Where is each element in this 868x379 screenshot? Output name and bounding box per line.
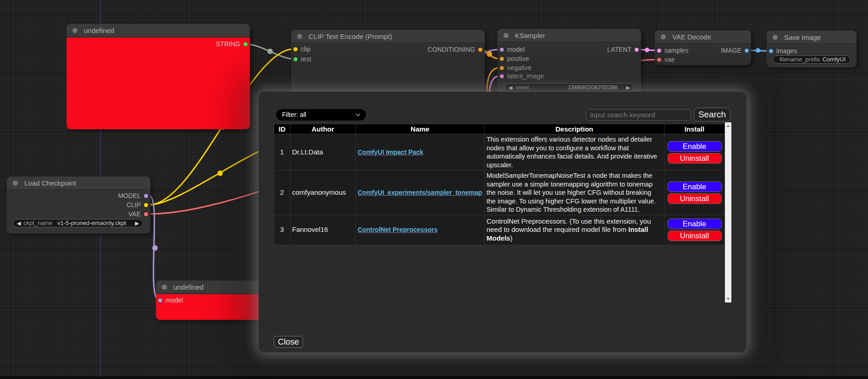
node-save-image[interactable]: Save Image images filename_prefix ComfyU… (767, 31, 857, 67)
slot-dot-latent[interactable] (635, 48, 639, 52)
table-header-row: ID Author Name Description Install (274, 124, 725, 134)
extension-link[interactable]: ComfyUI Impact Pack (358, 148, 423, 156)
node-title: Load Checkpoint (24, 179, 76, 187)
slot-dot-model[interactable] (144, 194, 148, 198)
enable-button[interactable]: Enable (668, 181, 722, 192)
extension-link[interactable]: ComfyUI_experiments/sampler_tonemap (358, 189, 482, 196)
cell-description: ControlNet Preprocessors. (To use this e… (485, 215, 664, 245)
slot-dot-positive[interactable] (500, 57, 504, 61)
slot-dot-conditioning[interactable] (478, 48, 482, 52)
extensions-table-container: ID Author Name Description Install 1 Dr.… (274, 122, 731, 302)
filter-dropdown[interactable]: Filter: all (276, 109, 366, 121)
enable-button[interactable]: Enable (668, 141, 722, 152)
search-button[interactable]: Search (694, 108, 730, 121)
cell-description: This extension offers various detector n… (485, 134, 664, 170)
node-status-dot-icon (162, 285, 167, 290)
node-title: CLIP Text Encode (Prompt) (309, 33, 392, 40)
filename-prefix-widget[interactable]: filename_prefix ComfyUI (773, 55, 851, 64)
slot-dot-image[interactable] (745, 49, 749, 53)
node-title-bar[interactable]: Load Checkpoint (7, 176, 150, 190)
col-header-name: Name (356, 124, 485, 134)
search-input[interactable] (586, 109, 691, 121)
output-slot-latent[interactable]: LATENT (607, 45, 641, 54)
input-slot-samples[interactable]: samples (655, 46, 688, 55)
node-title-bar[interactable]: CLIP Text Encode (Prompt) (291, 30, 485, 43)
slot-dot-model[interactable] (500, 48, 504, 52)
output-slot-model[interactable]: MODEL (118, 192, 150, 200)
node-title: VAE Decode (672, 33, 711, 41)
input-slot-negative[interactable]: negative (498, 64, 531, 72)
slot-dot-vae[interactable] (657, 58, 661, 62)
output-slot-vae[interactable]: VAE (128, 210, 150, 218)
table-scrollbar[interactable] (725, 122, 731, 302)
slot-dot-vae[interactable] (144, 212, 148, 216)
table-row: 3 Fannovel16 ControlNet Preprocessors Co… (274, 215, 725, 245)
uninstall-button[interactable]: Uninstall (668, 231, 722, 241)
cell-author: Fannovel16 (290, 215, 356, 245)
cell-id: 2 (274, 170, 290, 215)
slot-dot-string[interactable] (243, 42, 248, 46)
decrement-icon[interactable]: ◀ (17, 220, 21, 227)
slot-dot-images[interactable] (769, 49, 773, 53)
node-title: Save Image (784, 33, 821, 41)
slot-dot-samples[interactable] (657, 49, 661, 53)
input-slot-positive[interactable]: positive (498, 55, 529, 63)
input-slot-text[interactable]: text (291, 55, 311, 63)
cell-author: comfyanonymous (290, 170, 356, 215)
custom-nodes-manager-dialog: Filter: all Search ID Author Name Descri… (259, 92, 746, 352)
input-slot-model[interactable]: model (498, 45, 525, 54)
enable-button[interactable]: Enable (668, 219, 722, 229)
slot-dot-clip[interactable] (144, 203, 148, 207)
node-status-dot-icon (503, 33, 509, 38)
seed-widget[interactable]: ◀ seed 156680208700286 ▶ (504, 83, 634, 92)
node-title-bar[interactable]: VAE Decode (655, 30, 751, 44)
output-slot-conditioning[interactable]: CONDITIONING (428, 45, 485, 54)
input-slot-latent-image[interactable]: latent_image (498, 72, 544, 80)
node-title-bar[interactable]: KSampler (498, 29, 641, 42)
slot-dot-clip[interactable] (293, 47, 298, 51)
cell-author: Dr.Lt.Data (290, 134, 356, 170)
slot-dot-latent-image[interactable] (500, 74, 504, 78)
col-header-author: Author (290, 124, 356, 134)
decrement-icon[interactable]: ◀ (509, 84, 512, 92)
uninstall-button[interactable]: Uninstall (668, 153, 722, 164)
slot-dot-model[interactable] (158, 298, 162, 302)
node-title-bar[interactable]: Save Image (767, 31, 857, 44)
node-status-dot-icon (661, 34, 666, 39)
close-button[interactable]: Close (274, 336, 303, 348)
node-title: undefined (173, 283, 204, 291)
table-row: 1 Dr.Lt.Data ComfyUI Impact Pack This ex… (274, 134, 725, 170)
table-row: 2 comfyanonymous ComfyUI_experiments/sam… (274, 170, 725, 215)
slot-dot-text[interactable] (293, 57, 298, 61)
chevron-down-icon (356, 112, 360, 116)
node-undefined-top[interactable]: undefined STRING (66, 24, 250, 129)
extension-link[interactable]: ControlNet Preprocessors (358, 226, 437, 233)
increment-icon[interactable]: ▶ (135, 220, 139, 227)
scroll-up-icon[interactable] (726, 125, 730, 127)
output-slot-clip[interactable]: CLIP (127, 201, 150, 209)
col-header-install: Install (664, 124, 725, 134)
scroll-down-icon[interactable] (726, 298, 730, 300)
node-load-checkpoint[interactable]: Load Checkpoint MODEL CLIP VAE ◀ ckpt_na… (7, 176, 150, 234)
ckpt-name-widget[interactable]: ◀ ckpt_name v1-5-pruned-emaonly.ckpt ▶ (13, 219, 143, 227)
col-header-id: ID (274, 124, 290, 134)
uninstall-button[interactable]: Uninstall (668, 193, 722, 204)
node-title-bar[interactable]: undefined (66, 24, 250, 37)
node-title: undefined (84, 27, 114, 34)
input-slot-vae[interactable]: vae (655, 55, 675, 64)
input-slot-images[interactable]: images (767, 47, 797, 55)
col-header-description: Description (485, 124, 664, 134)
node-status-dot-icon (13, 181, 18, 186)
input-slot-clip[interactable]: clip (291, 45, 310, 53)
node-vae-decode[interactable]: VAE Decode samples vae IMAGE (655, 30, 751, 65)
node-body (66, 38, 250, 129)
cell-id: 1 (274, 134, 290, 170)
output-slot-image[interactable]: IMAGE (721, 46, 751, 55)
extensions-table: ID Author Name Description Install 1 Dr.… (274, 124, 725, 245)
node-status-dot-icon (297, 34, 302, 39)
filter-dropdown-value: Filter: all (282, 111, 306, 118)
increment-icon[interactable]: ▶ (626, 84, 630, 92)
slot-dot-negative[interactable] (500, 66, 504, 70)
input-slot-model[interactable]: model (156, 296, 183, 304)
output-slot-string[interactable]: STRING (216, 40, 250, 48)
